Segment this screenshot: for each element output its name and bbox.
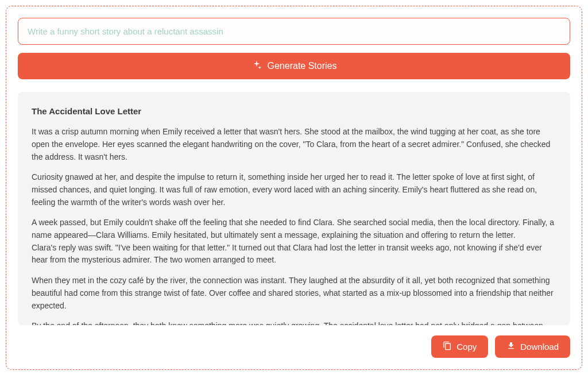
story-paragraph: A week passed, but Emily couldn't shake …	[32, 217, 556, 267]
story-paragraph: Curiosity gnawed at her, and despite the…	[32, 171, 556, 209]
generate-button[interactable]: Generate Stories	[18, 53, 570, 79]
prompt-input[interactable]	[18, 18, 570, 45]
story-generator-panel: Generate Stories The Accidental Love Let…	[6, 6, 582, 370]
story-title: The Accidental Love Letter	[32, 105, 556, 118]
download-button-label: Download	[520, 342, 559, 352]
action-bar: Copy Download	[18, 335, 570, 358]
copy-icon	[443, 341, 452, 352]
story-paragraph: When they met in the cozy café by the ri…	[32, 275, 556, 312]
download-icon	[506, 341, 516, 352]
story-paragraph: By the end of the afternoon, they both k…	[32, 320, 556, 325]
sparkle-icon	[252, 60, 262, 72]
download-button[interactable]: Download	[495, 335, 570, 358]
generate-button-label: Generate Stories	[268, 61, 337, 71]
copy-button[interactable]: Copy	[431, 335, 488, 358]
copy-button-label: Copy	[457, 342, 477, 352]
story-paragraph: It was a crisp autumn morning when Emily…	[32, 126, 556, 163]
story-output: The Accidental Love Letter It was a cris…	[18, 92, 570, 325]
